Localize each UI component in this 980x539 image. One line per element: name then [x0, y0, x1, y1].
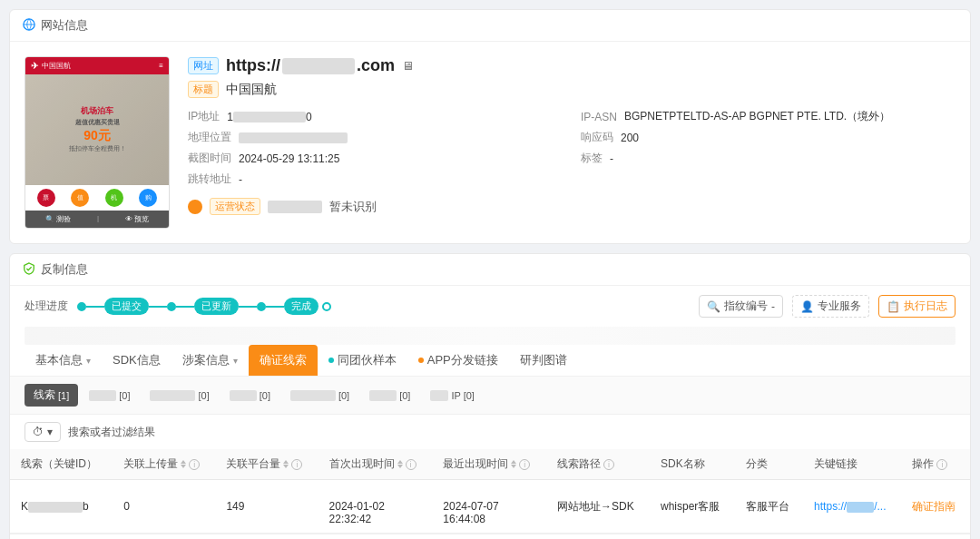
th-category: 分类	[735, 449, 803, 480]
site-info-header: 网站信息	[10, 10, 970, 42]
th-platform: 关联平台量 i	[215, 449, 318, 480]
tab-case[interactable]: 涉案信息 ▾	[172, 345, 249, 376]
location-row: 地理位置	[188, 130, 563, 145]
step-updated[interactable]: 已更新	[194, 298, 239, 315]
partner-dot	[328, 358, 334, 363]
site-info-body: ✈ 中国国航 ≡ 机场泊车超值优惠买贵退 90元 抵扣停车全程费用！ 票 值 机	[10, 42, 970, 243]
export-log-btn[interactable]: 📋 执行日志	[878, 295, 956, 318]
sub-tab-2[interactable]: [0]	[80, 387, 139, 405]
tab-basic[interactable]: 基本信息 ▾	[24, 345, 102, 376]
sub-tab-clue[interactable]: 线索 [1]	[24, 384, 78, 407]
tab-app[interactable]: APP分发链接	[407, 345, 509, 376]
professional-service-btn[interactable]: 👤 专业服务	[792, 295, 869, 318]
th-sdk: SDK名称	[650, 449, 735, 480]
ip-label: IP地址	[188, 109, 220, 124]
cell-platform: 149	[215, 480, 318, 534]
tab-graph[interactable]: 研判图谱	[509, 345, 578, 376]
refutation-card: 反制信息 处理进度 已提交 已更新 完成 🔍	[9, 253, 971, 539]
url-masked	[282, 58, 355, 74]
cell-key-link: https:///...	[803, 480, 901, 534]
th-clue-id: 线索（关键ID）	[10, 449, 113, 480]
chevron-down-icon: ▾	[86, 356, 91, 366]
site-label-row: 标题 中国国航	[188, 81, 956, 98]
ip-value: 10	[227, 111, 311, 123]
identify-text: 暂未识别	[329, 199, 377, 215]
cell-upload: 0	[113, 480, 215, 534]
info-platform-icon[interactable]: i	[291, 459, 302, 470]
screenshot-time-row: 截图时间 2024-05-29 13:11:25	[188, 151, 563, 166]
table-toolbar: ⏱ ▾ 搜索或者过滤结果	[10, 415, 970, 449]
info-upload-icon[interactable]: i	[189, 459, 200, 470]
table-row: Kb 0 149 2024-01-0222:32:42 2024-07-0716	[10, 480, 970, 534]
sort-last-icon[interactable]	[511, 460, 516, 468]
info-last-icon[interactable]: i	[519, 459, 530, 470]
info-path-icon[interactable]: i	[603, 459, 614, 470]
progress-right: 🔍 指纹编号 - 👤 专业服务 📋 执行日志	[699, 295, 956, 318]
sub-tab-4[interactable]: [0]	[220, 387, 279, 405]
badge-title: 标题	[188, 81, 219, 98]
clue-id-masked	[28, 502, 83, 513]
cell-action: 确证指南	[901, 480, 970, 534]
fingerprint-icon: 🔍	[707, 300, 720, 313]
th-action: 操作 i	[901, 449, 970, 480]
filter-arrow: ▾	[47, 426, 53, 438]
monitor-icon[interactable]: 🖥	[402, 59, 414, 73]
progress-label: 处理进度	[24, 299, 68, 314]
cell-sdk: whisper客服	[650, 480, 735, 534]
asn-value: BGPNETPTELTD-AS-AP BGPNET PTE. LTD.（境外）	[624, 109, 890, 124]
sub-tab-ip[interactable]: IP [0]	[421, 387, 483, 405]
sub-tab-3[interactable]: [0]	[141, 387, 218, 405]
sub-tab-4-label	[230, 390, 257, 401]
asn-row: IP-ASN BGPNETPTELTD-AS-AP BGPNET PTE. LT…	[581, 109, 956, 124]
assign-fingerprint-btn[interactable]: 🔍 指纹编号 -	[699, 295, 783, 318]
key-link-value[interactable]: https:///...	[814, 500, 886, 513]
step-submitted[interactable]: 已提交	[104, 298, 149, 315]
site-name: 中国国航	[226, 82, 277, 98]
link-masked	[847, 502, 874, 513]
site-info-card: 网站信息 ✈ 中国国航 ≡ 机场泊车超值优惠买贵退 90元 抵扣停车全程费用！	[9, 9, 971, 244]
location-label: 地理位置	[188, 130, 231, 145]
th-last-appear: 最近出现时间 i	[432, 449, 546, 480]
main-tabs: 基本信息 ▾ SDK信息 涉案信息 ▾ 确证线索 同团伙样本 APP分发链接	[10, 345, 970, 377]
cell-first-appear: 2024-01-0222:32:42	[318, 480, 433, 534]
identify-masked	[268, 201, 322, 213]
sort-platform-icon[interactable]	[283, 460, 289, 468]
sub-tab-6[interactable]: [0]	[360, 387, 419, 405]
sub-tab-5-label	[290, 390, 336, 401]
th-upload: 关联上传量 i	[113, 449, 215, 480]
response-row: 响应码 200	[581, 130, 956, 145]
response-value: 200	[621, 132, 639, 144]
screenshot-time-value: 2024-05-29 13:11:25	[239, 152, 339, 165]
cell-category: 客服平台	[735, 480, 803, 534]
sub-tab-ip-label	[430, 390, 448, 401]
person-icon: 👤	[800, 300, 814, 313]
screenshot-time-label: 截图时间	[188, 151, 231, 166]
step-line-5	[266, 306, 284, 308]
tab-sdk[interactable]: SDK信息	[102, 345, 172, 376]
step-line-3	[176, 306, 194, 308]
step-line-1	[86, 306, 104, 308]
cell-last-appear: 2024-07-0716:44:08	[432, 480, 546, 534]
cell-path: 网站地址→SDK	[546, 480, 650, 534]
info-action-icon[interactable]: i	[936, 459, 947, 470]
sort-first-icon[interactable]	[397, 460, 403, 468]
site-details: 网址 https://.com 🖥 标题 中国国航 IP地址 10	[188, 56, 956, 229]
tab-verify[interactable]: 确证线索	[249, 345, 318, 376]
shield-icon	[23, 262, 35, 278]
action-verify-btn[interactable]: 确证指南	[912, 500, 956, 513]
sort-upload-icon[interactable]	[181, 460, 186, 468]
step-line-4	[239, 306, 257, 308]
info-first-icon[interactable]: i	[406, 459, 416, 470]
asn-label: IP-ASN	[581, 111, 617, 123]
table-header-row: 线索（关键ID） 关联上传量 i	[10, 449, 970, 480]
step-dot-start	[77, 302, 86, 311]
sub-tab-5[interactable]: [0]	[281, 387, 358, 405]
masked-content-row	[24, 327, 956, 345]
info-grid: IP地址 10 IP-ASN BGPNETPTELTD-AS-AP BGPNET…	[188, 109, 956, 187]
tab-partner[interactable]: 同团伙样本	[318, 345, 407, 376]
filter-btn[interactable]: ⏱ ▾	[24, 422, 61, 442]
step-line-2	[149, 306, 167, 308]
cell-clue-id: Kb	[10, 480, 113, 534]
step-dot-2	[167, 302, 176, 311]
step-done[interactable]: 完成	[284, 298, 318, 315]
